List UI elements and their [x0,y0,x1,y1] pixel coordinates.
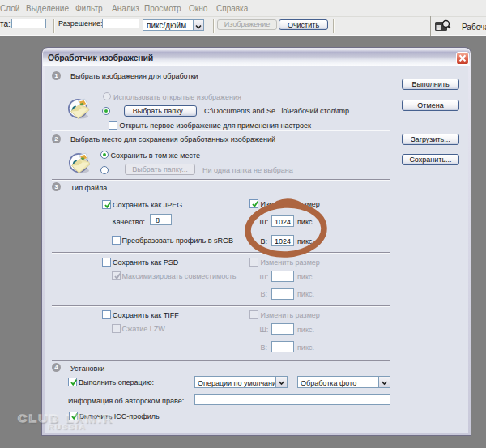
svg-text:tv: tv [437,26,440,31]
